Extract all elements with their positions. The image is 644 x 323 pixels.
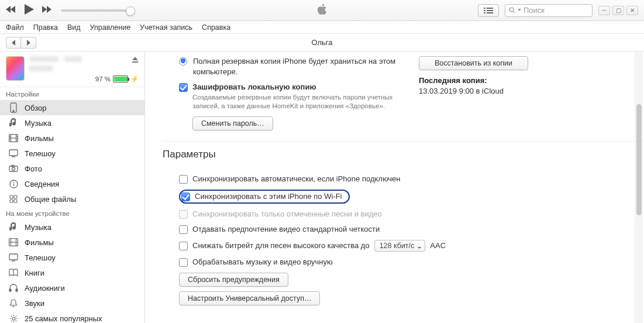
scrollbar-thumb[interactable] bbox=[636, 104, 642, 215]
last-backup-value: 13.03.2019 9:00 в iCloud bbox=[419, 87, 528, 95]
svg-point-21 bbox=[12, 167, 15, 170]
nav-forward-button[interactable] bbox=[21, 37, 36, 49]
main-panel: Полная резервная копия iPhone будет хран… bbox=[145, 51, 644, 323]
sidebar-device-sounds[interactable]: Звуки bbox=[0, 295, 144, 311]
encrypt-sublabel: Создаваемые резервные копии будут включа… bbox=[192, 93, 401, 111]
svg-rect-26 bbox=[10, 195, 13, 198]
camera-icon bbox=[8, 163, 19, 174]
volume-slider[interactable] bbox=[61, 9, 131, 12]
film-icon bbox=[8, 133, 19, 143]
sidebar-item-label: Сведения bbox=[25, 180, 59, 188]
opt-manual-label: Обрабатывать музыку и видео вручную bbox=[192, 257, 333, 266]
maximize-button[interactable]: ▢ bbox=[612, 6, 624, 15]
change-password-button[interactable]: Сменить пароль… bbox=[192, 116, 273, 130]
menu-file[interactable]: Файл bbox=[6, 23, 24, 32]
close-button[interactable]: ✕ bbox=[626, 6, 638, 15]
opt-bitrate-label: Снижать битрейт для песен высокого качес… bbox=[192, 241, 370, 250]
sidebar-item-music[interactable]: Музыка bbox=[0, 115, 144, 130]
page-title: Ольга bbox=[311, 38, 332, 47]
scrollbar[interactable] bbox=[635, 51, 643, 323]
svg-rect-29 bbox=[14, 200, 17, 202]
device-name-blurred bbox=[29, 56, 139, 62]
sidebar-ondevice-title: На моем устройстве bbox=[0, 207, 144, 219]
svg-rect-2 bbox=[484, 10, 485, 11]
menu-help[interactable]: Справка bbox=[202, 23, 230, 32]
nav-back-button[interactable] bbox=[6, 37, 21, 49]
sidebar-device-books[interactable]: Книги bbox=[0, 265, 144, 280]
svg-rect-4 bbox=[484, 12, 485, 13]
battery-status: 97 % ⚡ bbox=[29, 75, 139, 83]
svg-rect-38 bbox=[16, 289, 18, 291]
music-icon bbox=[8, 118, 19, 128]
sidebar-item-shared-files[interactable]: Общие файлы bbox=[0, 191, 144, 207]
sidebar-item-photos[interactable]: Фото bbox=[0, 161, 144, 176]
sidebar: 97 % ⚡ Настройки Обзор Музыка Фильмы Тел… bbox=[0, 51, 145, 323]
encrypt-label: Зашифровать локальную копию bbox=[192, 83, 401, 91]
device-model-blurred bbox=[29, 66, 139, 71]
apple-logo-icon bbox=[317, 4, 328, 17]
device-thumbnail bbox=[6, 56, 25, 81]
sidebar-item-label: Фото bbox=[25, 164, 42, 173]
book-icon bbox=[8, 267, 19, 278]
menu-account[interactable]: Учетная запись bbox=[140, 23, 192, 32]
sidebar-device-audiobooks[interactable]: Аудиокниги bbox=[0, 280, 144, 295]
sidebar-settings-title: Настройки bbox=[0, 87, 144, 100]
highlighted-option: Синхронизировать с этим iPhone по Wi-Fi bbox=[179, 190, 350, 204]
section-title-parameters: Параметры bbox=[163, 142, 644, 165]
opt-sd-checkbox[interactable] bbox=[179, 225, 188, 234]
sidebar-device-movies[interactable]: Фильмы bbox=[0, 235, 144, 250]
headphones-icon bbox=[8, 283, 19, 293]
radio-computer[interactable] bbox=[179, 57, 187, 66]
sidebar-item-info[interactable]: Сведения bbox=[0, 176, 144, 191]
device-header: 97 % ⚡ bbox=[0, 51, 144, 87]
music-icon bbox=[8, 222, 19, 232]
film-icon bbox=[8, 237, 19, 248]
svg-rect-1 bbox=[487, 8, 493, 9]
sidebar-item-label: Аудиокниги bbox=[25, 284, 65, 293]
restore-from-backup-button[interactable]: Восстановить из копии bbox=[419, 56, 528, 70]
bitrate-select[interactable]: 128 кбит/с bbox=[374, 240, 426, 252]
reset-warnings-button[interactable]: Сбросить предупреждения bbox=[179, 273, 288, 287]
sidebar-item-overview[interactable]: Обзор bbox=[0, 100, 144, 115]
opt-autosync-checkbox[interactable] bbox=[179, 175, 188, 184]
chevron-down-icon bbox=[518, 9, 521, 12]
search-input[interactable]: Поиск bbox=[505, 4, 593, 17]
svg-point-6 bbox=[509, 8, 514, 12]
opt-wifi-checkbox[interactable] bbox=[181, 193, 190, 201]
sidebar-device-tvshows[interactable]: Телешоу bbox=[0, 250, 144, 265]
opt-bitrate-checkbox[interactable] bbox=[179, 242, 188, 250]
player-toolbar: Поиск ─ ▢ ✕ bbox=[0, 0, 644, 21]
eject-icon[interactable] bbox=[132, 56, 139, 65]
bell-icon bbox=[8, 298, 19, 308]
sidebar-item-label: Звуки bbox=[25, 299, 44, 308]
opt-manual-checkbox[interactable] bbox=[179, 258, 188, 267]
sidebar-item-label: Телешоу bbox=[25, 149, 56, 158]
list-view-button[interactable] bbox=[478, 4, 499, 17]
opt-sd-label: Отдавать предпочтение видео стандартной … bbox=[192, 225, 380, 233]
window-controls: ─ ▢ ✕ bbox=[598, 6, 638, 15]
info-icon bbox=[8, 178, 19, 189]
phone-icon bbox=[8, 102, 19, 113]
encrypt-checkbox[interactable] bbox=[179, 83, 188, 92]
menu-bar: Файл Правка Вид Управление Учетная запис… bbox=[0, 21, 644, 34]
sidebar-device-music[interactable]: Музыка bbox=[0, 219, 144, 235]
play-icon[interactable] bbox=[25, 4, 34, 16]
svg-rect-37 bbox=[9, 289, 11, 291]
menu-edit[interactable]: Правка bbox=[33, 23, 58, 32]
universal-access-button[interactable]: Настроить Универсальный доступ… bbox=[179, 291, 320, 305]
opt-checked-only-checkbox bbox=[179, 210, 188, 219]
sidebar-item-movies[interactable]: Фильмы bbox=[0, 130, 144, 146]
sidebar-item-label: Фильмы bbox=[25, 134, 54, 143]
next-icon[interactable] bbox=[42, 5, 53, 15]
svg-point-9 bbox=[13, 111, 14, 112]
sidebar-device-top25[interactable]: 25 самых популярных bbox=[0, 311, 144, 323]
minimize-button[interactable]: ─ bbox=[598, 6, 610, 15]
menu-view[interactable]: Вид bbox=[67, 23, 81, 32]
prev-icon[interactable] bbox=[6, 5, 16, 15]
svg-rect-5 bbox=[487, 12, 493, 13]
gear-icon bbox=[8, 313, 19, 323]
sidebar-item-tvshows[interactable]: Телешоу bbox=[0, 146, 144, 161]
menu-control[interactable]: Управление bbox=[90, 23, 131, 32]
sidebar-item-label: Книги bbox=[25, 269, 44, 277]
last-backup-label: Последняя копия: bbox=[419, 76, 528, 85]
